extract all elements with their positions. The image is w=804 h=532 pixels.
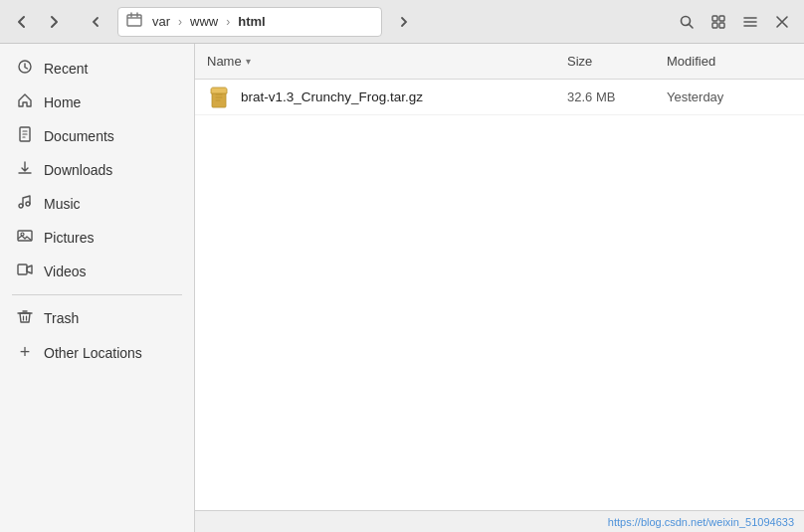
back-button[interactable] xyxy=(8,8,36,36)
location-icon xyxy=(126,12,142,31)
search-button[interactable] xyxy=(673,8,701,36)
breadcrumb-sep-2: › xyxy=(226,15,230,29)
recent-icon xyxy=(16,59,34,79)
sidebar-item-pictures[interactable]: Pictures xyxy=(0,221,194,255)
pictures-icon xyxy=(16,228,34,248)
breadcrumb-var[interactable]: var xyxy=(146,12,176,31)
svg-point-11 xyxy=(21,233,24,236)
svg-rect-3 xyxy=(719,16,724,21)
menu-button[interactable] xyxy=(736,8,764,36)
file-size: 32.6 MB xyxy=(555,89,655,104)
file-header: Name ▾ Size Modified xyxy=(195,44,804,80)
file-name-cell: brat-v1.3_Crunchy_Frog.tar.gz xyxy=(195,86,555,109)
sidebar-label-downloads: Downloads xyxy=(44,162,112,178)
trash-icon xyxy=(16,308,34,328)
status-link[interactable]: https://blog.csdn.net/weixin_51094633 xyxy=(608,516,794,528)
main-area: Recent Home Documents xyxy=(0,44,804,532)
sidebar-item-videos[interactable]: Videos xyxy=(0,255,194,288)
breadcrumb: var › www › html xyxy=(117,7,382,37)
svg-point-9 xyxy=(26,202,30,206)
sidebar-label-pictures: Pictures xyxy=(44,230,95,246)
toolbar: var › www › html xyxy=(0,0,804,44)
sidebar-label-recent: Recent xyxy=(44,61,88,77)
breadcrumb-sep-1: › xyxy=(178,15,182,29)
sidebar-divider xyxy=(12,294,182,295)
sidebar-item-recent[interactable]: Recent xyxy=(0,52,194,86)
downloads-icon xyxy=(16,160,34,180)
svg-rect-2 xyxy=(712,16,717,21)
table-row[interactable]: brat-v1.3_Crunchy_Frog.tar.gz 32.6 MB Ye… xyxy=(195,80,804,115)
file-icon xyxy=(207,86,231,109)
scroll-right-button[interactable] xyxy=(390,8,418,36)
sidebar-item-other-locations[interactable]: + Other Locations xyxy=(0,335,194,370)
other-locations-icon: + xyxy=(16,342,34,363)
column-modified-header[interactable]: Modified xyxy=(655,44,804,79)
sidebar-item-music[interactable]: Music xyxy=(0,187,194,221)
svg-rect-4 xyxy=(712,23,717,28)
sidebar-item-documents[interactable]: Documents xyxy=(0,119,194,153)
svg-rect-0 xyxy=(127,15,141,26)
scroll-left-button[interactable] xyxy=(82,8,109,36)
sidebar-label-videos: Videos xyxy=(44,264,87,279)
status-bar: https://blog.csdn.net/weixin_51094633 xyxy=(195,510,804,532)
file-area: Name ▾ Size Modified xyxy=(195,44,804,532)
home-icon xyxy=(16,92,34,112)
sidebar-item-trash[interactable]: Trash xyxy=(0,301,194,335)
videos-icon xyxy=(16,262,34,281)
svg-point-8 xyxy=(19,204,23,208)
documents-icon xyxy=(16,126,34,146)
sidebar-label-music: Music xyxy=(44,196,81,212)
sidebar: Recent Home Documents xyxy=(0,44,195,532)
forward-button[interactable] xyxy=(40,8,68,36)
file-modified: Yesterday xyxy=(655,89,804,104)
sidebar-label-documents: Documents xyxy=(44,128,114,144)
column-size-header[interactable]: Size xyxy=(555,44,655,79)
sidebar-label-other-locations: Other Locations xyxy=(44,345,142,361)
svg-rect-5 xyxy=(719,23,724,28)
music-icon xyxy=(16,194,34,214)
close-button[interactable] xyxy=(768,8,796,36)
file-name: brat-v1.3_Crunchy_Frog.tar.gz xyxy=(241,89,423,104)
sidebar-label-home: Home xyxy=(44,94,81,110)
view-toggle-button[interactable] xyxy=(704,8,732,36)
sidebar-label-trash: Trash xyxy=(44,310,79,326)
svg-rect-12 xyxy=(18,265,27,274)
sidebar-item-downloads[interactable]: Downloads xyxy=(0,153,194,187)
toolbar-right xyxy=(673,8,796,36)
file-list: brat-v1.3_Crunchy_Frog.tar.gz 32.6 MB Ye… xyxy=(195,80,804,510)
column-name-header[interactable]: Name ▾ xyxy=(195,44,555,79)
sort-arrow-icon: ▾ xyxy=(246,56,251,67)
breadcrumb-www[interactable]: www xyxy=(184,12,224,31)
sidebar-item-home[interactable]: Home xyxy=(0,86,194,119)
breadcrumb-html[interactable]: html xyxy=(232,12,271,31)
